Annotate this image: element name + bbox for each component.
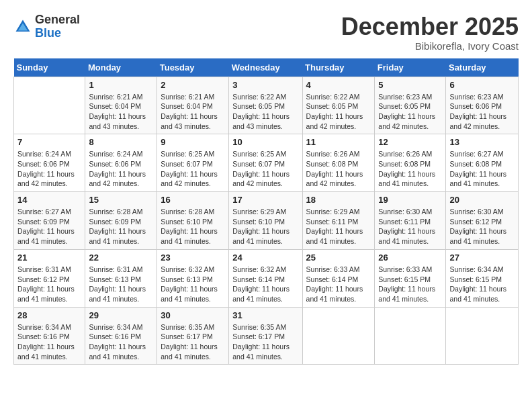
day-info: Sunrise: 6:21 AMSunset: 6:04 PMDaylight:… <box>161 92 225 132</box>
day-number: 26 <box>378 253 442 263</box>
day-info: Sunrise: 6:25 AMSunset: 6:07 PMDaylight:… <box>161 149 225 189</box>
calendar-cell <box>302 307 375 365</box>
day-number: 22 <box>89 253 153 263</box>
header-saturday: Saturday <box>446 58 519 77</box>
header-sunday: Sunday <box>14 58 85 77</box>
calendar-cell: 29Sunrise: 6:34 AMSunset: 6:16 PMDayligh… <box>85 307 157 365</box>
day-number: 6 <box>449 80 515 90</box>
calendar-cell: 7Sunrise: 6:24 AMSunset: 6:06 PMDaylight… <box>14 134 85 192</box>
header-thursday: Thursday <box>302 58 375 77</box>
day-info: Sunrise: 6:35 AMSunset: 6:17 PMDaylight:… <box>161 322 225 362</box>
day-number: 29 <box>89 310 153 320</box>
week-row-3: 14Sunrise: 6:27 AMSunset: 6:09 PMDayligh… <box>14 192 519 250</box>
day-number: 19 <box>378 195 442 205</box>
day-info: Sunrise: 6:23 AMSunset: 6:06 PMDaylight:… <box>449 92 515 132</box>
calendar-cell: 14Sunrise: 6:27 AMSunset: 6:09 PMDayligh… <box>14 192 85 250</box>
calendar-cell: 4Sunrise: 6:22 AMSunset: 6:05 PMDaylight… <box>302 77 375 134</box>
day-info: Sunrise: 6:33 AMSunset: 6:15 PMDaylight:… <box>378 265 442 304</box>
header-friday: Friday <box>375 58 446 77</box>
calendar-cell: 27Sunrise: 6:34 AMSunset: 6:15 PMDayligh… <box>446 249 519 307</box>
day-info: Sunrise: 6:27 AMSunset: 6:09 PMDaylight:… <box>17 207 81 246</box>
calendar-cell <box>14 77 85 134</box>
calendar-cell <box>446 307 519 365</box>
day-number: 15 <box>89 195 153 205</box>
calendar-cell: 17Sunrise: 6:29 AMSunset: 6:10 PMDayligh… <box>229 192 302 250</box>
day-info: Sunrise: 6:30 AMSunset: 6:12 PMDaylight:… <box>449 207 515 246</box>
week-row-2: 7Sunrise: 6:24 AMSunset: 6:06 PMDaylight… <box>14 134 519 192</box>
day-number: 3 <box>232 80 298 90</box>
day-info: Sunrise: 6:29 AMSunset: 6:11 PMDaylight:… <box>306 207 371 246</box>
calendar-cell: 8Sunrise: 6:24 AMSunset: 6:06 PMDaylight… <box>85 134 157 192</box>
day-info: Sunrise: 6:34 AMSunset: 6:16 PMDaylight:… <box>17 322 81 362</box>
title-block: December 2025 Bibikorefla, Ivory Coast <box>341 13 519 52</box>
day-info: Sunrise: 6:31 AMSunset: 6:13 PMDaylight:… <box>89 265 153 304</box>
calendar-cell: 13Sunrise: 6:27 AMSunset: 6:08 PMDayligh… <box>446 134 519 192</box>
day-info: Sunrise: 6:22 AMSunset: 6:05 PMDaylight:… <box>306 92 371 132</box>
calendar-cell: 3Sunrise: 6:22 AMSunset: 6:05 PMDaylight… <box>229 77 302 134</box>
calendar-cell: 2Sunrise: 6:21 AMSunset: 6:04 PMDaylight… <box>157 77 229 134</box>
day-number: 14 <box>17 195 81 205</box>
calendar-cell: 25Sunrise: 6:33 AMSunset: 6:14 PMDayligh… <box>302 249 375 307</box>
day-info: Sunrise: 6:28 AMSunset: 6:10 PMDaylight:… <box>161 207 225 246</box>
calendar-cell: 22Sunrise: 6:31 AMSunset: 6:13 PMDayligh… <box>85 249 157 307</box>
calendar-cell: 18Sunrise: 6:29 AMSunset: 6:11 PMDayligh… <box>302 192 375 250</box>
day-number: 21 <box>17 253 81 263</box>
day-number: 27 <box>449 253 515 263</box>
calendar-cell: 10Sunrise: 6:25 AMSunset: 6:07 PMDayligh… <box>229 134 302 192</box>
calendar-cell <box>375 307 446 365</box>
calendar-cell: 23Sunrise: 6:32 AMSunset: 6:13 PMDayligh… <box>157 249 229 307</box>
calendar-cell: 26Sunrise: 6:33 AMSunset: 6:15 PMDayligh… <box>375 249 446 307</box>
day-number: 24 <box>232 253 298 263</box>
calendar-cell: 5Sunrise: 6:23 AMSunset: 6:05 PMDaylight… <box>375 77 446 134</box>
day-info: Sunrise: 6:26 AMSunset: 6:08 PMDaylight:… <box>378 149 442 189</box>
day-info: Sunrise: 6:33 AMSunset: 6:14 PMDaylight:… <box>306 265 371 304</box>
day-info: Sunrise: 6:24 AMSunset: 6:06 PMDaylight:… <box>17 149 81 189</box>
header-wednesday: Wednesday <box>229 58 302 77</box>
day-info: Sunrise: 6:31 AMSunset: 6:12 PMDaylight:… <box>17 265 81 304</box>
logo-general: General <box>35 13 80 27</box>
calendar-header-row: SundayMondayTuesdayWednesdayThursdayFrid… <box>14 58 519 77</box>
day-number: 11 <box>306 137 371 147</box>
calendar-cell: 19Sunrise: 6:30 AMSunset: 6:11 PMDayligh… <box>375 192 446 250</box>
day-number: 8 <box>89 137 153 147</box>
day-info: Sunrise: 6:34 AMSunset: 6:16 PMDaylight:… <box>89 322 153 362</box>
day-info: Sunrise: 6:22 AMSunset: 6:05 PMDaylight:… <box>232 92 298 132</box>
day-number: 7 <box>17 137 81 147</box>
day-number: 30 <box>161 310 225 320</box>
day-info: Sunrise: 6:24 AMSunset: 6:06 PMDaylight:… <box>89 149 153 189</box>
day-number: 13 <box>449 137 515 147</box>
calendar-cell: 11Sunrise: 6:26 AMSunset: 6:08 PMDayligh… <box>302 134 375 192</box>
day-info: Sunrise: 6:29 AMSunset: 6:10 PMDaylight:… <box>232 207 298 246</box>
logo-blue: Blue <box>35 27 80 40</box>
day-number: 16 <box>161 195 225 205</box>
week-row-1: 1Sunrise: 6:21 AMSunset: 6:04 PMDaylight… <box>14 77 519 134</box>
day-number: 20 <box>449 195 515 205</box>
day-number: 10 <box>232 137 298 147</box>
day-number: 4 <box>306 80 371 90</box>
day-info: Sunrise: 6:34 AMSunset: 6:15 PMDaylight:… <box>449 265 515 304</box>
day-number: 12 <box>378 137 442 147</box>
day-info: Sunrise: 6:28 AMSunset: 6:09 PMDaylight:… <box>89 207 153 246</box>
header-tuesday: Tuesday <box>157 58 229 77</box>
logo: General Blue <box>13 13 80 40</box>
day-number: 25 <box>306 253 371 263</box>
calendar-table: SundayMondayTuesdayWednesdayThursdayFrid… <box>13 58 519 365</box>
day-info: Sunrise: 6:27 AMSunset: 6:08 PMDaylight:… <box>449 149 515 189</box>
logo-icon <box>13 17 32 36</box>
page-header: General Blue December 2025 Bibikorefla, … <box>13 13 519 52</box>
day-number: 31 <box>232 310 298 320</box>
header-monday: Monday <box>85 58 157 77</box>
calendar-cell: 21Sunrise: 6:31 AMSunset: 6:12 PMDayligh… <box>14 249 85 307</box>
calendar-cell: 20Sunrise: 6:30 AMSunset: 6:12 PMDayligh… <box>446 192 519 250</box>
week-row-4: 21Sunrise: 6:31 AMSunset: 6:12 PMDayligh… <box>14 249 519 307</box>
calendar-cell: 12Sunrise: 6:26 AMSunset: 6:08 PMDayligh… <box>375 134 446 192</box>
day-number: 18 <box>306 195 371 205</box>
calendar-cell: 6Sunrise: 6:23 AMSunset: 6:06 PMDaylight… <box>446 77 519 134</box>
calendar-cell: 15Sunrise: 6:28 AMSunset: 6:09 PMDayligh… <box>85 192 157 250</box>
day-number: 2 <box>161 80 225 90</box>
day-info: Sunrise: 6:32 AMSunset: 6:13 PMDaylight:… <box>161 265 225 304</box>
day-number: 5 <box>378 80 442 90</box>
week-row-5: 28Sunrise: 6:34 AMSunset: 6:16 PMDayligh… <box>14 307 519 365</box>
month-title: December 2025 <box>341 13 519 40</box>
calendar-cell: 28Sunrise: 6:34 AMSunset: 6:16 PMDayligh… <box>14 307 85 365</box>
